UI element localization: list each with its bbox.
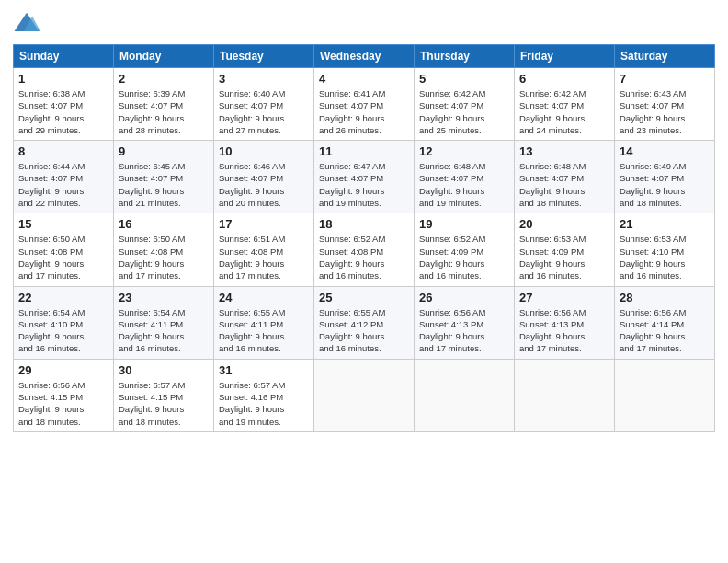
calendar-cell: 1 Sunrise: 6:38 AM Sunset: 4:07 PM Dayli… — [14, 68, 114, 141]
day-number: 12 — [419, 144, 509, 158]
day-info: Sunrise: 6:54 AM Sunset: 4:10 PM Dayligh… — [18, 306, 108, 355]
calendar-week-row: 8 Sunrise: 6:44 AM Sunset: 4:07 PM Dayli… — [14, 141, 715, 213]
daylight-label: Daylight: 9 hours — [119, 186, 184, 196]
calendar-cell: 4 Sunrise: 6:41 AM Sunset: 4:07 PM Dayli… — [314, 68, 415, 141]
calendar-cell: 19 Sunrise: 6:52 AM Sunset: 4:09 PM Dayl… — [415, 213, 515, 286]
day-number: 6 — [519, 72, 609, 86]
daylight-label: Daylight: 9 hours — [119, 331, 184, 341]
daylight-value: and 17 minutes. — [119, 270, 181, 281]
daylight-label: Daylight: 9 hours — [519, 331, 585, 341]
day-number: 28 — [620, 291, 710, 304]
day-number: 30 — [119, 363, 209, 377]
day-number: 18 — [319, 217, 409, 231]
day-number: 25 — [319, 291, 409, 304]
calendar-cell: 29 Sunrise: 6:56 AM Sunset: 4:15 PM Dayl… — [14, 359, 114, 431]
daylight-value: and 16 minutes. — [319, 270, 381, 281]
daylight-label: Daylight: 9 hours — [419, 259, 484, 269]
daylight-label: Daylight: 9 hours — [18, 331, 84, 341]
daylight-label: Daylight: 9 hours — [18, 404, 84, 414]
sunrise-label: Sunrise: 6:48 AM — [519, 161, 586, 171]
daylight-value: and 26 minutes. — [319, 125, 381, 135]
day-number: 10 — [219, 144, 309, 158]
logo-icon — [13, 9, 40, 37]
day-of-week-header: Wednesday — [314, 45, 415, 68]
day-info: Sunrise: 6:48 AM Sunset: 4:07 PM Dayligh… — [519, 160, 609, 209]
daylight-value: and 18 minutes. — [119, 417, 181, 427]
calendar-cell: 20 Sunrise: 6:53 AM Sunset: 4:09 PM Dayl… — [515, 213, 615, 286]
day-info: Sunrise: 6:44 AM Sunset: 4:07 PM Dayligh… — [18, 160, 108, 209]
calendar-cell: 8 Sunrise: 6:44 AM Sunset: 4:07 PM Dayli… — [14, 141, 114, 213]
sunset-label: Sunset: 4:09 PM — [419, 247, 483, 257]
day-info: Sunrise: 6:51 AM Sunset: 4:08 PM Dayligh… — [219, 233, 309, 282]
daylight-value: and 16 minutes. — [419, 270, 482, 281]
logo — [13, 9, 44, 37]
sunrise-label: Sunrise: 6:56 AM — [519, 307, 586, 317]
day-number: 15 — [18, 217, 108, 231]
sunrise-label: Sunrise: 6:56 AM — [419, 307, 485, 317]
daylight-value: and 18 minutes. — [519, 198, 582, 208]
page-container: SundayMondayTuesdayWednesdayThursdayFrid… — [0, 0, 728, 442]
sunset-label: Sunset: 4:13 PM — [519, 319, 584, 329]
daylight-label: Daylight: 9 hours — [119, 404, 184, 414]
sunrise-label: Sunrise: 6:52 AM — [319, 234, 385, 244]
daylight-value: and 16 minutes. — [319, 343, 381, 353]
daylight-value: and 17 minutes. — [18, 270, 81, 281]
day-info: Sunrise: 6:41 AM Sunset: 4:07 PM Dayligh… — [319, 87, 409, 136]
day-info: Sunrise: 6:56 AM Sunset: 4:14 PM Dayligh… — [620, 306, 710, 355]
day-info: Sunrise: 6:55 AM Sunset: 4:12 PM Dayligh… — [319, 306, 409, 355]
sunset-label: Sunset: 4:07 PM — [319, 100, 383, 110]
sunset-label: Sunset: 4:07 PM — [620, 173, 684, 183]
day-info: Sunrise: 6:48 AM Sunset: 4:07 PM Dayligh… — [419, 160, 509, 209]
day-number: 19 — [419, 217, 509, 231]
daylight-value: and 16 minutes. — [219, 343, 281, 353]
daylight-label: Daylight: 9 hours — [319, 186, 384, 196]
day-info: Sunrise: 6:42 AM Sunset: 4:07 PM Dayligh… — [419, 87, 509, 136]
calendar-cell: 10 Sunrise: 6:46 AM Sunset: 4:07 PM Dayl… — [214, 141, 314, 213]
sunrise-label: Sunrise: 6:42 AM — [519, 88, 586, 98]
daylight-label: Daylight: 9 hours — [319, 113, 384, 123]
daylight-label: Daylight: 9 hours — [519, 113, 585, 123]
daylight-value: and 16 minutes. — [18, 343, 81, 353]
sunrise-label: Sunrise: 6:47 AM — [319, 161, 385, 171]
day-info: Sunrise: 6:56 AM Sunset: 4:13 PM Dayligh… — [519, 306, 609, 355]
day-info: Sunrise: 6:56 AM Sunset: 4:15 PM Dayligh… — [18, 379, 108, 428]
daylight-label: Daylight: 9 hours — [119, 113, 184, 123]
daylight-value: and 23 minutes. — [620, 125, 682, 135]
day-info: Sunrise: 6:39 AM Sunset: 4:07 PM Dayligh… — [119, 87, 209, 136]
day-info: Sunrise: 6:50 AM Sunset: 4:08 PM Dayligh… — [119, 233, 209, 282]
calendar-cell — [314, 359, 415, 431]
day-info: Sunrise: 6:40 AM Sunset: 4:07 PM Dayligh… — [219, 87, 309, 136]
day-info: Sunrise: 6:52 AM Sunset: 4:09 PM Dayligh… — [419, 233, 509, 282]
calendar-cell: 6 Sunrise: 6:42 AM Sunset: 4:07 PM Dayli… — [515, 68, 615, 141]
daylight-label: Daylight: 9 hours — [219, 331, 284, 341]
day-number: 11 — [319, 144, 409, 158]
day-of-week-header: Thursday — [415, 45, 515, 68]
days-header-row: SundayMondayTuesdayWednesdayThursdayFrid… — [14, 45, 715, 68]
day-info: Sunrise: 6:46 AM Sunset: 4:07 PM Dayligh… — [219, 160, 309, 209]
daylight-label: Daylight: 9 hours — [18, 186, 84, 196]
daylight-value: and 25 minutes. — [419, 125, 482, 135]
daylight-value: and 16 minutes. — [119, 343, 181, 353]
sunrise-label: Sunrise: 6:38 AM — [18, 88, 85, 98]
day-of-week-header: Saturday — [615, 45, 715, 68]
day-info: Sunrise: 6:47 AM Sunset: 4:07 PM Dayligh… — [319, 160, 409, 209]
sunset-label: Sunset: 4:07 PM — [219, 100, 283, 110]
day-info: Sunrise: 6:56 AM Sunset: 4:13 PM Dayligh… — [419, 306, 509, 355]
sunrise-label: Sunrise: 6:45 AM — [119, 161, 185, 171]
calendar-cell: 2 Sunrise: 6:39 AM Sunset: 4:07 PM Dayli… — [114, 68, 214, 141]
daylight-label: Daylight: 9 hours — [519, 259, 585, 269]
sunrise-label: Sunrise: 6:57 AM — [119, 380, 185, 390]
day-number: 13 — [519, 144, 609, 158]
day-number: 23 — [119, 291, 209, 304]
daylight-label: Daylight: 9 hours — [319, 259, 384, 269]
day-number: 26 — [419, 291, 509, 304]
calendar-cell: 9 Sunrise: 6:45 AM Sunset: 4:07 PM Dayli… — [114, 141, 214, 213]
sunset-label: Sunset: 4:07 PM — [519, 173, 584, 183]
daylight-value: and 20 minutes. — [219, 198, 281, 208]
day-info: Sunrise: 6:54 AM Sunset: 4:11 PM Dayligh… — [119, 306, 209, 355]
daylight-value: and 21 minutes. — [119, 198, 181, 208]
sunrise-label: Sunrise: 6:48 AM — [419, 161, 485, 171]
sunset-label: Sunset: 4:15 PM — [18, 392, 83, 402]
day-info: Sunrise: 6:42 AM Sunset: 4:07 PM Dayligh… — [519, 87, 609, 136]
day-info: Sunrise: 6:50 AM Sunset: 4:08 PM Dayligh… — [18, 233, 108, 282]
